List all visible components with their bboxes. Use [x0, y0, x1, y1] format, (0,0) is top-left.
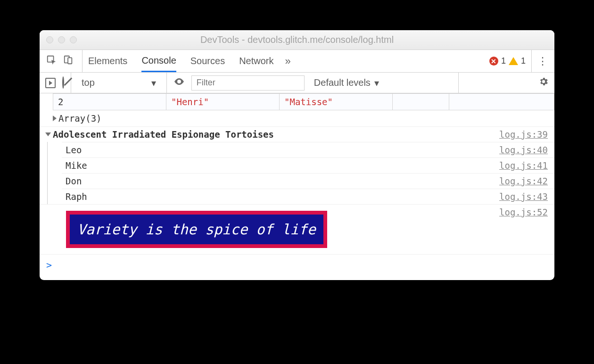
error-icon[interactable]: ✕ — [489, 57, 498, 66]
log-entry[interactable]: Don log.js:42 — [62, 173, 554, 189]
window-title: DevTools - devtools.glitch.me/console/lo… — [40, 34, 554, 45]
log-message: Mike — [66, 160, 499, 171]
console-group-header[interactable]: Adolescent Irradiated Espionage Tortoise… — [40, 126, 554, 142]
log-entry[interactable]: Mike log.js:41 — [62, 157, 554, 173]
settings-menu-icon[interactable]: ⋮ — [537, 55, 548, 67]
error-count[interactable]: 1 — [501, 56, 506, 66]
array-expander[interactable]: Array(3) — [40, 110, 554, 126]
tab-sources[interactable]: Sources — [190, 50, 225, 72]
console-prompt[interactable]: > — [40, 254, 554, 275]
clear-console-icon[interactable] — [62, 77, 64, 88]
warning-icon[interactable] — [509, 57, 518, 65]
log-entry[interactable]: Leo log.js:40 — [62, 142, 554, 157]
svg-point-3 — [178, 81, 180, 83]
context-select[interactable]: top ▾ — [78, 75, 160, 91]
filter-input[interactable] — [191, 75, 305, 91]
tab-bar: Elements Console Sources Network » ✕ 1 1… — [40, 50, 554, 73]
log-message: Raph — [66, 191, 499, 202]
inspect-icon[interactable] — [46, 55, 57, 67]
tab-console[interactable]: Console — [141, 50, 176, 72]
console-toolbar: top ▾ Default levels ▾ — [40, 73, 554, 93]
gear-icon[interactable] — [538, 76, 549, 90]
chevron-down-icon: ▾ — [151, 77, 156, 89]
log-levels-select[interactable]: Default levels ▾ — [314, 77, 379, 89]
devtools-window: DevTools - devtools.glitch.me/console/lo… — [40, 30, 554, 280]
sidebar-toggle-icon[interactable] — [45, 78, 56, 88]
log-entry[interactable]: Raph log.js:43 — [62, 189, 554, 204]
titlebar: DevTools - devtools.glitch.me/console/lo… — [40, 30, 554, 50]
device-toggle-icon[interactable] — [63, 55, 74, 67]
group-title: Adolescent Irradiated Espionage Tortoise… — [53, 129, 499, 140]
source-link[interactable]: log.js:42 — [499, 176, 548, 186]
chevron-right-icon — [53, 116, 57, 121]
table-cell-last: "Matisse" — [280, 94, 393, 110]
log-message: Don — [66, 176, 499, 186]
table-cell-index: 2 — [53, 94, 166, 110]
prompt-chevron-icon: > — [46, 259, 52, 271]
source-link[interactable]: log.js:52 — [499, 207, 548, 252]
chevron-down-icon — [45, 132, 51, 136]
levels-label: Default levels — [314, 77, 371, 88]
array-label: Array(3) — [58, 113, 102, 124]
console-output: 2 "Henri" "Matisse" Array(3) Adolescent … — [40, 93, 554, 280]
context-value: top — [82, 77, 95, 88]
source-link[interactable]: log.js:41 — [499, 160, 548, 171]
svg-rect-2 — [68, 58, 72, 64]
table-row[interactable]: 2 "Henri" "Matisse" — [53, 93, 554, 110]
source-link[interactable]: log.js:40 — [499, 145, 548, 155]
chevron-down-icon: ▾ — [374, 77, 379, 89]
console-group-body: Leo log.js:40 Mike log.js:41 Don log.js:… — [47, 142, 554, 204]
table-cell-empty — [393, 94, 449, 110]
tab-network[interactable]: Network — [239, 50, 273, 72]
log-message: Leo — [66, 145, 499, 155]
source-link[interactable]: log.js:39 — [499, 129, 548, 140]
log-entry-styled[interactable]: Variety is the spice of life log.js:52 — [40, 204, 554, 254]
styled-message: Variety is the spice of life — [66, 211, 327, 248]
live-expression-icon[interactable] — [173, 76, 185, 90]
table-cell-first: "Henri" — [166, 94, 280, 110]
tabs-overflow-icon[interactable]: » — [285, 55, 291, 67]
source-link[interactable]: log.js:43 — [499, 191, 548, 202]
tab-elements[interactable]: Elements — [88, 50, 127, 72]
warning-count[interactable]: 1 — [521, 56, 526, 66]
